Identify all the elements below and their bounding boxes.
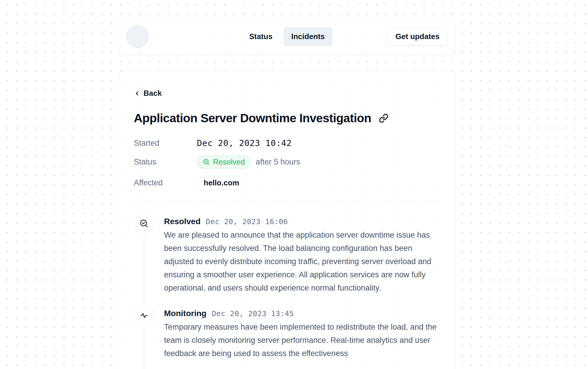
activity-icon bbox=[134, 305, 154, 326]
status-badge: Resolved bbox=[197, 155, 251, 169]
update-status-heading: Monitoring bbox=[164, 309, 207, 318]
incident-meta: Started Dec 20, 2023 10:42 Status Resolv… bbox=[134, 138, 440, 190]
status-duration: after 5 hours bbox=[256, 157, 300, 167]
title-row: Application Server Downtime Investigatio… bbox=[134, 111, 440, 125]
zoom-check-icon bbox=[134, 213, 154, 234]
logo-avatar[interactable] bbox=[126, 25, 149, 48]
back-label: Back bbox=[143, 89, 162, 98]
incident-title: Application Server Downtime Investigatio… bbox=[134, 111, 371, 125]
status-label: Status bbox=[134, 157, 197, 167]
chevron-left-icon bbox=[134, 90, 140, 97]
zoom-check-icon bbox=[203, 158, 210, 166]
permalink-icon[interactable] bbox=[379, 113, 388, 123]
meta-divider bbox=[134, 201, 440, 201]
get-updates-button[interactable]: Get updates bbox=[387, 28, 448, 46]
page-container: Status Incidents Get updates Back Applic… bbox=[118, 18, 456, 369]
status-badge-label: Resolved bbox=[213, 157, 245, 167]
update-status-heading: Resolved bbox=[164, 217, 201, 226]
header-nav: Status Incidents bbox=[241, 27, 333, 46]
incident-detail-card: Back Application Server Downtime Investi… bbox=[118, 71, 456, 369]
update-body: Temporary measures have been implemented… bbox=[164, 321, 440, 360]
timeline-update-monitoring: Monitoring Dec 20, 2023 13:45 Temporary … bbox=[134, 305, 440, 369]
incident-timeline: Resolved Dec 20, 2023 16:06 We are pleas… bbox=[134, 213, 440, 369]
status-page-header: Status Incidents Get updates bbox=[118, 18, 456, 55]
started-value: Dec 20, 2023 10:42 bbox=[197, 138, 440, 148]
back-link[interactable]: Back bbox=[134, 89, 162, 98]
update-timestamp: Dec 20, 2023 16:06 bbox=[206, 217, 288, 226]
timeline-update-resolved: Resolved Dec 20, 2023 16:06 We are pleas… bbox=[134, 213, 440, 305]
affected-component-chip: hello.com bbox=[197, 176, 246, 190]
update-timestamp: Dec 20, 2023 13:45 bbox=[212, 309, 294, 318]
update-body: We are pleased to announce that the appl… bbox=[164, 229, 440, 295]
affected-label: Affected bbox=[134, 178, 197, 187]
tab-status[interactable]: Status bbox=[241, 27, 280, 46]
tab-incidents[interactable]: Incidents bbox=[283, 27, 333, 46]
started-label: Started bbox=[134, 139, 197, 148]
